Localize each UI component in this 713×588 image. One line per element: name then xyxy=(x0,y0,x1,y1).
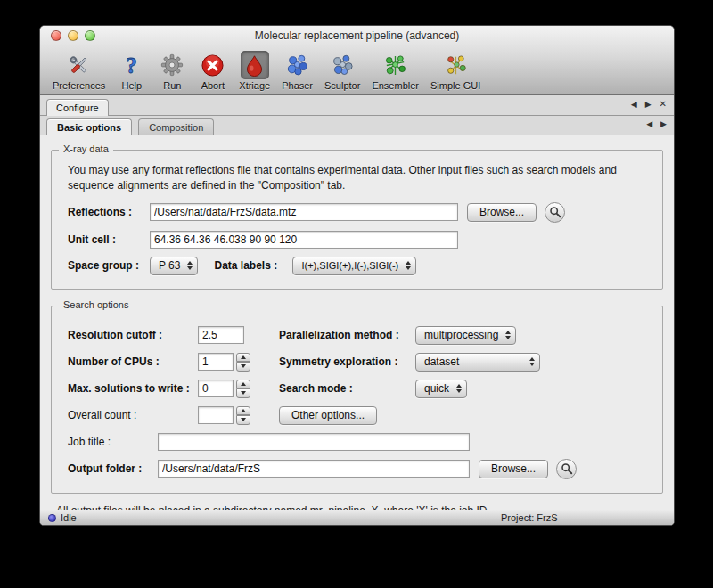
reflections-inspect-button[interactable] xyxy=(545,202,565,223)
selected-tool-highlight xyxy=(241,51,269,79)
toolbar-label: Xtriage xyxy=(239,80,270,91)
options-tab-strip: Basic options Composition ◀ ▶ xyxy=(40,116,674,135)
minimize-window-button[interactable] xyxy=(68,30,78,41)
output-folder-browse-button[interactable]: Browse... xyxy=(479,460,548,478)
toolbar-button-help[interactable]: ? Help xyxy=(117,51,146,91)
data-labels-label: Data labels : xyxy=(214,259,292,272)
help-icon: ? xyxy=(119,53,143,78)
toolbar-button-xtriage[interactable]: Xtriage xyxy=(239,51,270,91)
status-indicator-icon xyxy=(48,514,56,522)
dropdown-arrows-icon xyxy=(505,331,511,339)
phaser-icon xyxy=(285,53,309,78)
job-title-input[interactable] xyxy=(158,433,470,451)
window-title: Molecular replacement pipeline (advanced… xyxy=(255,29,459,42)
dropdown-arrows-icon xyxy=(529,357,535,366)
job-title-label: Job title : xyxy=(68,436,158,448)
toolbar-label: Phaser xyxy=(282,80,313,91)
unit-cell-label: Unit cell : xyxy=(68,233,150,246)
space-group-label: Space group : xyxy=(68,259,150,272)
tab-composition[interactable]: Composition xyxy=(138,118,214,135)
sculptor-icon xyxy=(331,53,355,78)
reflections-label: Reflections : xyxy=(68,206,150,218)
toolbar-label: Preferences xyxy=(53,80,105,91)
overall-count-stepper xyxy=(236,406,250,425)
project-label: Project: FrzS xyxy=(501,512,558,523)
stepper-up-icon[interactable] xyxy=(236,353,250,363)
xray-description: You may use any format reflections file … xyxy=(68,163,646,193)
window-controls xyxy=(51,30,95,41)
number-of-cpus-label: Number of CPUs : xyxy=(68,355,198,368)
app-window: Molecular replacement pipeline (advanced… xyxy=(39,25,675,526)
dropdown-arrows-icon xyxy=(456,384,462,393)
tab-back-icon[interactable]: ◀ xyxy=(631,100,637,109)
output-folder-input[interactable] xyxy=(158,460,470,478)
reflections-browse-button[interactable]: Browse... xyxy=(467,203,537,222)
group-search-options: Search options Resolution cutoff : Paral… xyxy=(51,306,663,494)
stepper-down-icon[interactable] xyxy=(236,415,250,425)
window-chrome: Molecular replacement pipeline (advanced… xyxy=(40,26,674,95)
output-folder-inspect-button[interactable] xyxy=(556,459,577,479)
symmetry-exploration-dropdown[interactable]: dataset xyxy=(415,353,540,372)
toolbar-label: Sculptor xyxy=(324,80,360,91)
toolbar-button-ensembler[interactable]: Ensembler xyxy=(372,51,419,91)
toolbar-label: Help xyxy=(122,80,143,91)
output-folder-label: Output folder : xyxy=(68,462,158,475)
parallelization-method-label: Parallelization method : xyxy=(279,329,415,341)
resolution-cutoff-label: Resolution cutoff : xyxy=(68,329,198,341)
stepper-down-icon[interactable] xyxy=(236,362,250,372)
title-bar: Molecular replacement pipeline (advanced… xyxy=(40,26,674,45)
toolbar: Preferences ? Help xyxy=(40,45,674,94)
toolbar-label: Abort xyxy=(201,80,225,91)
search-mode-label: Search mode : xyxy=(279,382,415,395)
overall-count-input[interactable] xyxy=(198,406,234,424)
status-bar: Idle Project: FrzS xyxy=(40,510,674,525)
ensembler-icon xyxy=(383,53,407,78)
group-xray-data: X-ray data You may use any format reflec… xyxy=(51,150,663,290)
tab-configure[interactable]: Configure xyxy=(46,99,109,116)
toolbar-button-simple-gui[interactable]: Simple GUI xyxy=(430,51,480,91)
toolbar-button-run[interactable]: Run xyxy=(158,51,186,91)
stepper-up-icon[interactable] xyxy=(236,380,250,389)
toolbar-label: Ensembler xyxy=(372,80,419,91)
unit-cell-input[interactable] xyxy=(150,231,458,249)
max-solutions-stepper xyxy=(236,380,250,398)
stepper-down-icon[interactable] xyxy=(236,388,250,398)
toolbar-button-sculptor[interactable]: Sculptor xyxy=(324,51,360,91)
toolbar-label: Simple GUI xyxy=(430,80,480,91)
toolbar-button-abort[interactable]: Abort xyxy=(198,51,227,91)
preferences-icon xyxy=(67,53,91,78)
close-window-button[interactable] xyxy=(51,30,61,41)
subtab-back-icon[interactable]: ◀ xyxy=(646,119,652,128)
overall-count-label: Overall count : xyxy=(68,409,198,421)
simple-gui-icon xyxy=(444,53,468,78)
tab-forward-icon[interactable]: ▶ xyxy=(645,100,652,109)
max-solutions-input[interactable] xyxy=(198,380,234,397)
reflections-input[interactable] xyxy=(150,203,458,221)
stepper-up-icon[interactable] xyxy=(236,406,250,416)
toolbar-button-preferences[interactable]: Preferences xyxy=(53,51,105,91)
dropdown-arrows-icon xyxy=(406,261,411,270)
zoom-window-button[interactable] xyxy=(85,30,95,41)
tab-basic-options[interactable]: Basic options xyxy=(46,118,132,135)
dropdown-arrows-icon xyxy=(187,261,193,270)
toolbar-label: Run xyxy=(163,80,181,91)
symmetry-exploration-label: Symmetry exploration : xyxy=(279,355,415,368)
parallelization-method-dropdown[interactable]: multiprocessing xyxy=(415,326,516,345)
search-mode-dropdown[interactable]: quick xyxy=(415,380,467,398)
toolbar-button-phaser[interactable]: Phaser xyxy=(282,51,313,91)
tab-close-icon[interactable]: ✕ xyxy=(660,99,667,109)
number-of-cpus-input[interactable] xyxy=(198,353,234,371)
data-labels-dropdown[interactable]: I(+),SIGI(+),I(-),SIGI(-) xyxy=(292,257,416,275)
run-icon xyxy=(160,53,184,77)
document-tab-strip: Configure ◀ ▶ ✕ xyxy=(40,95,674,116)
magnifier-icon xyxy=(561,462,573,475)
other-options-button[interactable]: Other options... xyxy=(279,406,377,425)
cpus-stepper xyxy=(236,353,250,372)
resolution-cutoff-input[interactable] xyxy=(198,326,244,344)
xtriage-icon xyxy=(243,54,266,77)
subtab-forward-icon[interactable]: ▶ xyxy=(660,119,667,128)
group-title: X-ray data xyxy=(59,143,113,154)
magnifier-icon xyxy=(549,206,561,218)
space-group-dropdown[interactable]: P 63 xyxy=(150,257,198,275)
main-content: X-ray data You may use any format reflec… xyxy=(40,135,674,510)
